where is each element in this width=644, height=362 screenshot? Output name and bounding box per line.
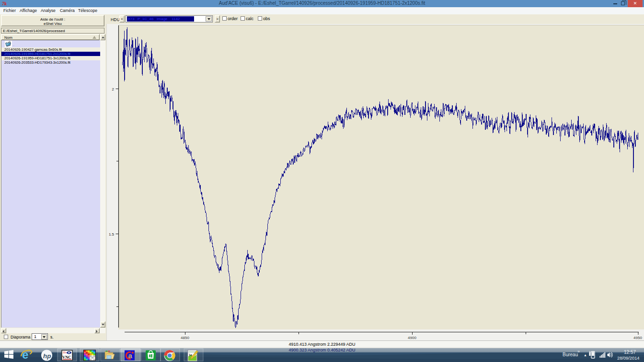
svg-text:hp: hp bbox=[43, 352, 51, 360]
svg-text:4850: 4850 bbox=[181, 336, 189, 340]
svg-text:4950: 4950 bbox=[633, 336, 642, 340]
svg-text:2: 2 bbox=[112, 87, 115, 91]
svg-text:VNC: VNC bbox=[62, 355, 71, 360]
svg-text:1.5: 1.5 bbox=[109, 232, 115, 237]
svg-text:4900: 4900 bbox=[408, 336, 416, 340]
